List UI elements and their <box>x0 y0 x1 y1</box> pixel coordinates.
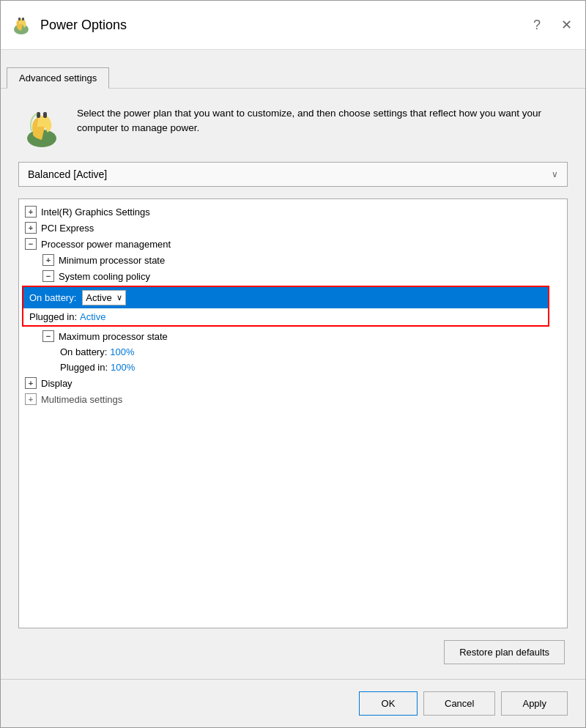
title-bar: Power Options ? ✕ <box>1 1 585 50</box>
tree-label: Minimum processor state <box>59 255 165 266</box>
tree-container: + Intel(R) Graphics Settings + PCI Expre… <box>18 198 568 628</box>
ok-button[interactable]: OK <box>359 691 418 716</box>
svg-rect-1 <box>18 18 21 21</box>
cancel-button[interactable]: Cancel <box>423 691 495 716</box>
on-battery-label: On battery: <box>29 292 76 303</box>
restore-plan-defaults-button[interactable]: Restore plan defaults <box>444 640 565 664</box>
tree-label: Intel(R) Graphics Settings <box>41 207 150 218</box>
tree-item-processor-mgmt[interactable]: − Processor power management <box>19 236 552 252</box>
tree-value: 100% <box>110 346 134 357</box>
tree-label: Plugged in: <box>60 362 108 373</box>
tree-item-max-plugged-in[interactable]: Plugged in: 100% <box>19 360 552 375</box>
chevron-down-icon: ∨ <box>552 169 558 179</box>
tree-item-pci-express[interactable]: + PCI Express <box>19 220 552 236</box>
help-button[interactable]: ? <box>529 16 545 34</box>
svg-rect-4 <box>37 112 40 118</box>
apply-button[interactable]: Apply <box>501 691 568 716</box>
on-battery-value: Active <box>86 292 111 303</box>
restore-row: Restore plan defaults <box>18 640 568 664</box>
expand-icon: + <box>42 254 54 266</box>
tree-label: PCI Express <box>41 223 94 234</box>
tree-label: Processor power management <box>41 239 171 250</box>
tree-item-display[interactable]: + Display <box>19 375 552 391</box>
expand-icon: + <box>25 206 37 218</box>
svg-rect-5 <box>43 112 47 118</box>
tree-label: Multimedia settings <box>41 394 122 405</box>
expand-icon: + <box>25 222 37 234</box>
tree-item-max-on-battery[interactable]: On battery: 100% <box>19 344 552 360</box>
tree-item-multimedia[interactable]: + Multimedia settings <box>19 391 552 407</box>
tree-item-system-cooling[interactable]: − System cooling policy <box>19 268 552 284</box>
on-battery-row: On battery: Active ∨ <box>23 287 548 308</box>
collapse-icon: − <box>25 238 37 250</box>
advanced-settings-tab[interactable]: Advanced settings <box>7 67 109 89</box>
power-icon-large <box>18 103 65 150</box>
tree-label: System cooling policy <box>59 271 150 282</box>
collapse-icon: − <box>42 270 54 282</box>
tree-item-max-processor[interactable]: − Maximum processor state <box>19 328 552 344</box>
description-row: Select the power plan that you want to c… <box>18 103 568 150</box>
button-row: OK Cancel Apply <box>1 679 585 727</box>
dialog-window: Power Options ? ✕ Advanced settings Sele… <box>0 0 586 728</box>
title-bar-left: Power Options <box>10 13 127 37</box>
expand-icon: + <box>25 393 37 405</box>
description-text: Select the power plan that you want to c… <box>77 103 568 136</box>
window-title: Power Options <box>40 18 127 33</box>
title-bar-controls: ? ✕ <box>529 15 576 34</box>
tree-label: Maximum processor state <box>59 331 168 342</box>
tree-scroll[interactable]: + Intel(R) Graphics Settings + PCI Expre… <box>19 199 567 412</box>
tree-item-intel-graphics[interactable]: + Intel(R) Graphics Settings <box>19 204 552 220</box>
tree-label: Display <box>41 378 73 389</box>
svg-rect-2 <box>22 18 24 21</box>
power-options-icon <box>10 13 33 37</box>
plan-dropdown-label: Balanced [Active] <box>28 168 107 180</box>
highlight-box: On battery: Active ∨ Plugged in: Active <box>22 286 549 327</box>
tab-bar: Advanced settings <box>1 50 585 89</box>
on-battery-arrow-icon: ∨ <box>116 293 122 302</box>
on-battery-dropdown[interactable]: Active ∨ <box>82 290 125 305</box>
close-button[interactable]: ✕ <box>557 15 576 34</box>
content-area: Select the power plan that you want to c… <box>1 89 585 679</box>
plugged-in-value: Active <box>80 311 105 322</box>
tree-item-min-processor[interactable]: + Minimum processor state <box>19 252 552 268</box>
plan-dropdown[interactable]: Balanced [Active] ∨ <box>18 162 568 187</box>
tree-label: On battery: <box>60 346 107 357</box>
plugged-in-label: Plugged in: <box>29 311 77 322</box>
expand-icon: + <box>25 377 37 389</box>
collapse-icon: − <box>42 330 54 342</box>
tree-value: 100% <box>111 362 135 373</box>
plugged-in-row: Plugged in: Active <box>23 308 548 325</box>
